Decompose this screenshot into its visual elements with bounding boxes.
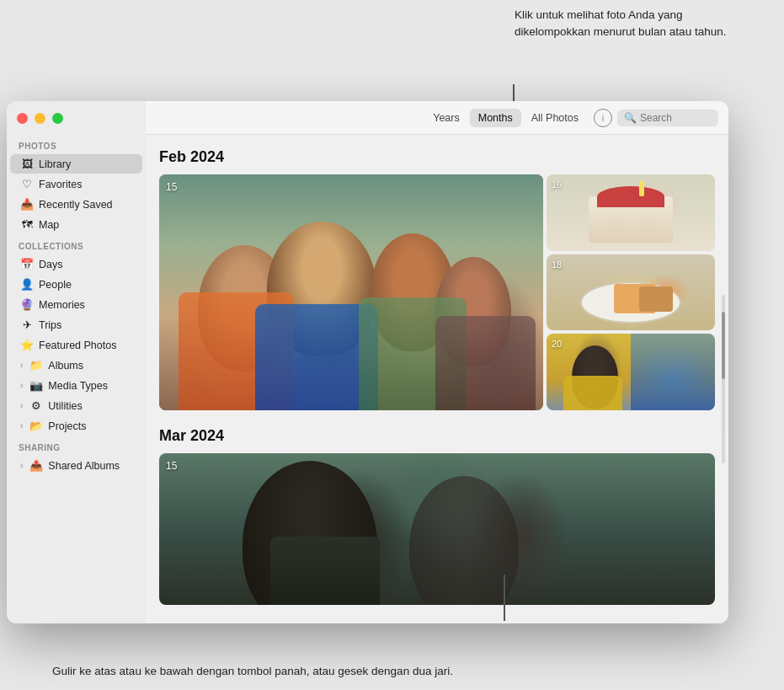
sidebar-section-sharing: Sharing — [7, 436, 146, 455]
tab-years[interactable]: Years — [424, 109, 468, 127]
mar-main-photo[interactable]: 15 — [159, 453, 715, 605]
annotation-bottom: Gulir ke atas atau ke bawah dengan tombo… — [42, 663, 463, 680]
tab-months[interactable]: Months — [470, 109, 521, 127]
utilities-chevron-icon: › — [20, 401, 23, 410]
sidebar-item-trips[interactable]: ✈ Trips — [10, 315, 142, 334]
minimize-button[interactable] — [35, 113, 45, 124]
month-label-feb2024: Feb 2024 — [159, 148, 715, 166]
sidebar-label-albums: Albums — [48, 360, 83, 372]
shared-albums-chevron-icon: › — [20, 461, 23, 470]
side-photo-date-20: 20 — [552, 339, 562, 349]
month-label-mar2024: Mar 2024 — [159, 427, 715, 445]
toolbar: Years Months All Photos i 🔍 — [146, 101, 728, 135]
search-bar[interactable]: 🔍 — [617, 110, 718, 126]
sidebar-item-albums[interactable]: › 📁 Albums — [10, 356, 142, 375]
side-photo-feb20[interactable]: 20 — [547, 334, 715, 410]
favorites-icon: ♡ — [20, 178, 34, 190]
sidebar-item-days[interactable]: 📅 Days — [10, 254, 142, 274]
sidebar-label-recently-saved: Recently Saved — [39, 199, 113, 211]
annotation-arrow-bottom — [504, 575, 505, 621]
projects-chevron-icon: › — [20, 421, 23, 431]
sidebar-label-library: Library — [39, 158, 71, 170]
sidebar-item-memories[interactable]: 🔮 Memories — [10, 295, 142, 314]
projects-icon: 📂 — [29, 420, 43, 432]
side-photos-feb2024: 16 18 — [547, 174, 715, 410]
sidebar-label-people: People — [39, 279, 72, 291]
scrollbar-track[interactable] — [722, 295, 725, 463]
sidebar-label-projects: Projects — [48, 420, 86, 432]
mar-main-photo-date: 15 — [166, 460, 177, 472]
media-types-icon: 📷 — [29, 379, 43, 392]
sidebar-label-days: Days — [39, 259, 62, 270]
sidebar-item-map[interactable]: 🗺 Map — [10, 215, 142, 234]
map-icon: 🗺 — [20, 218, 34, 231]
search-icon: 🔍 — [624, 112, 637, 124]
sidebar-label-utilities: Utilities — [48, 400, 82, 412]
memories-icon: 🔮 — [20, 298, 34, 311]
sidebar-section-collections: Collections — [7, 235, 146, 254]
trips-icon: ✈ — [20, 318, 34, 331]
albums-chevron-icon: › — [20, 361, 23, 370]
utilities-icon: ⚙ — [29, 399, 43, 412]
featured-photos-icon: ⭐ — [20, 339, 34, 351]
search-input[interactable] — [640, 112, 716, 124]
info-button[interactable]: i — [594, 109, 612, 127]
sidebar-item-people[interactable]: 👤 People — [10, 275, 142, 294]
sidebar-section-photos: Photos — [7, 135, 146, 153]
sidebar-label-favorites: Favorites — [39, 179, 82, 190]
window-controls — [17, 113, 63, 124]
library-icon: 🖼 — [20, 158, 34, 170]
feb-main-photo-date: 15 — [166, 181, 177, 193]
main-photo-feb2024[interactable]: 15 — [159, 174, 543, 410]
side-photo-date-16: 16 — [552, 179, 562, 190]
albums-icon: 📁 — [29, 359, 43, 372]
recently-saved-icon: 📥 — [20, 198, 34, 211]
sidebar-item-featured-photos[interactable]: ⭐ Featured Photos — [10, 335, 142, 355]
side-photo-date-18: 18 — [552, 259, 562, 270]
month-section-mar2024: Mar 2024 15 — [159, 427, 715, 605]
sidebar: Photos 🖼 Library ♡ Favorites 📥 Recently … — [7, 101, 146, 623]
sidebar-label-shared-albums: Shared Albums — [48, 460, 120, 472]
sidebar-item-library[interactable]: 🖼 Library — [10, 154, 142, 174]
main-content: Years Months All Photos i 🔍 Feb 2024 — [146, 101, 728, 623]
sidebar-item-favorites[interactable]: ♡ Favorites — [10, 174, 142, 194]
sidebar-item-utilities[interactable]: › ⚙ Utilities — [10, 396, 142, 415]
sidebar-label-media-types: Media Types — [48, 380, 108, 392]
days-icon: 📅 — [20, 258, 34, 270]
sidebar-label-featured-photos: Featured Photos — [39, 340, 116, 351]
media-types-chevron-icon: › — [20, 381, 23, 390]
photo-grid-feb2024: 15 16 — [159, 174, 715, 410]
sidebar-label-memories: Memories — [39, 299, 85, 311]
shared-albums-icon: 📤 — [29, 459, 43, 472]
scrollbar-thumb[interactable] — [722, 312, 725, 379]
sidebar-item-media-types[interactable]: › 📷 Media Types — [10, 376, 142, 395]
annotation-top: Klik untuk melihat foto Anda yang dikelo… — [515, 7, 750, 41]
close-button[interactable] — [17, 113, 28, 124]
photos-area[interactable]: Feb 2024 — [146, 135, 728, 623]
people-icon: 👤 — [20, 278, 34, 291]
sidebar-item-shared-albums[interactable]: › 📤 Shared Albums — [10, 456, 142, 475]
sidebar-label-map: Map — [39, 219, 59, 231]
sidebar-item-recently-saved[interactable]: 📥 Recently Saved — [10, 195, 142, 214]
maximize-button[interactable] — [52, 113, 63, 124]
tab-all-photos[interactable]: All Photos — [523, 109, 587, 127]
side-photo-feb18[interactable]: 18 — [547, 254, 715, 331]
side-photo-feb16[interactable]: 16 — [547, 174, 715, 251]
month-section-feb2024: Feb 2024 — [159, 148, 715, 410]
sidebar-item-projects[interactable]: › 📂 Projects — [10, 416, 142, 436]
sidebar-label-trips: Trips — [39, 319, 61, 331]
photos-window: Photos 🖼 Library ♡ Favorites 📥 Recently … — [7, 101, 728, 623]
info-icon: i — [602, 113, 604, 123]
